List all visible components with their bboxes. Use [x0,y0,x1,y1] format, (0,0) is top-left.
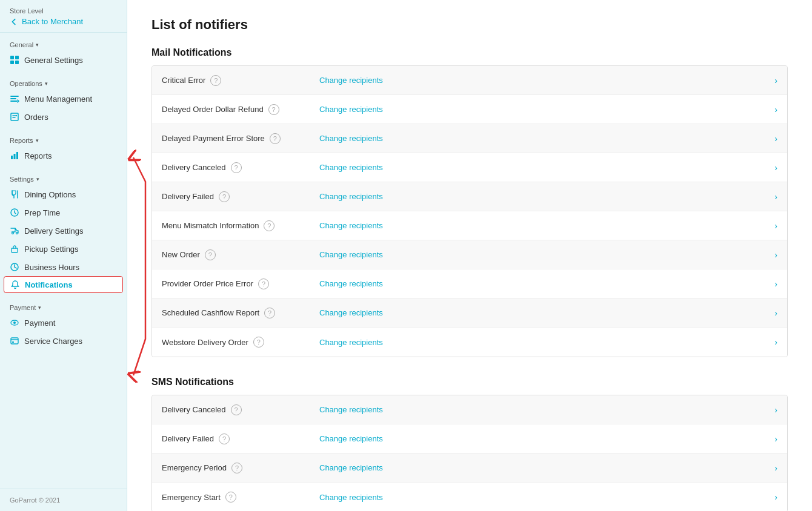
change-recipients-link[interactable]: Change recipients [319,105,383,114]
help-icon[interactable]: ? [253,337,264,348]
sms-notifier-row[interactable]: Emergency Start ? Change recipients › [152,483,787,511]
help-icon[interactable]: ? [205,249,216,260]
sidebar-item-pickup-settings[interactable]: Pickup Settings [0,240,127,258]
sidebar-section-settings: Settings ▾ Dining Options Prep Time Deli… [0,167,127,295]
sms-notifier-row[interactable]: Emergency Period ? Change recipients › [152,453,787,483]
help-icon[interactable]: ? [264,220,275,231]
sidebar-item-business-hours[interactable]: Business Hours [0,258,127,276]
mail-notifier-row[interactable]: Delayed Order Dollar Refund ? Change rec… [152,95,787,124]
mail-notifications-title: Mail Notifications [151,47,788,58]
sidebar-item-prep-time[interactable]: Prep Time [0,203,127,222]
help-icon[interactable]: ? [258,279,269,289]
sidebar: Store Level Back to Merchant General ▾ G… [0,0,127,511]
notifier-name: Delivery Failed [162,434,214,443]
sidebar-item-notifications[interactable]: Notifications [4,276,123,293]
orders-icon [10,112,19,122]
mail-notifier-row[interactable]: Webstore Delivery Order ? Change recipie… [152,328,787,357]
notifier-action-cell: Change recipients › [310,398,787,422]
settings-section-label[interactable]: Settings ▾ [0,173,127,185]
mail-notifications-table: Critical Error ? Change recipients › Del… [151,65,788,357]
svg-rect-7 [16,152,18,159]
change-recipients-link[interactable]: Change recipients [319,405,383,414]
change-recipients-link[interactable]: Change recipients [319,76,383,85]
change-recipients-link[interactable]: Change recipients [319,493,383,502]
notifier-action-cell: Change recipients › [310,156,787,180]
help-icon[interactable]: ? [225,492,236,503]
sidebar-item-reports[interactable]: Reports [0,147,127,165]
operations-section-label[interactable]: Operations ▾ [0,77,127,90]
help-icon[interactable]: ? [219,434,230,444]
notifier-action-cell: Change recipients › [310,456,787,480]
help-icon[interactable]: ? [270,133,281,144]
chevron-right-icon: › [774,492,777,502]
general-section-label[interactable]: General ▾ [0,39,127,51]
mail-notifier-row[interactable]: Critical Error ? Change recipients › [152,66,787,95]
sms-notifier-row[interactable]: Delivery Failed ? Change recipients › [152,424,787,453]
notifier-action-cell: Change recipients › [310,243,787,267]
change-recipients-link[interactable]: Change recipients [319,192,383,201]
svg-rect-5 [11,156,13,159]
sidebar-item-general-settings[interactable]: General Settings [0,51,127,69]
sidebar-item-orders[interactable]: Orders [0,108,127,126]
change-recipients-link[interactable]: Change recipients [319,279,383,288]
mail-notifier-row[interactable]: Scheduled Cashflow Report ? Change recip… [152,298,787,328]
chevron-right-icon: › [774,434,777,444]
change-recipients-link[interactable]: Change recipients [319,338,383,347]
notifier-name: Critical Error [162,76,205,85]
change-recipients-link[interactable]: Change recipients [319,134,383,143]
settings-chevron-icon: ▾ [36,176,39,182]
back-to-merchant-link[interactable]: Back to Merchant [10,17,117,26]
grid-icon [10,55,19,65]
notifier-name-cell: Critical Error ? [152,68,310,93]
change-recipients-link[interactable]: Change recipients [319,434,383,443]
help-icon[interactable]: ? [210,75,221,86]
mail-notifier-row[interactable]: Delayed Payment Error Store ? Change rec… [152,124,787,153]
change-recipients-link[interactable]: Change recipients [319,163,383,172]
mail-notifier-row[interactable]: New Order ? Change recipients › [152,240,787,269]
mail-notifier-row[interactable]: Menu Mismatch Information ? Change recip… [152,211,787,240]
reports-chevron-icon: ▾ [36,137,39,143]
chevron-right-icon: › [774,405,777,415]
mail-notifier-row[interactable]: Delivery Canceled ? Change recipients › [152,153,787,182]
reports-section-label[interactable]: Reports ▾ [0,134,127,147]
sidebar-item-service-charges[interactable]: Service Charges [0,332,127,350]
notifier-name: Menu Mismatch Information [162,221,259,230]
business-hours-icon [10,262,19,272]
change-recipients-link[interactable]: Change recipients [319,463,383,472]
svg-rect-4 [11,113,18,120]
change-recipients-link[interactable]: Change recipients [319,221,383,230]
notifier-name-cell: Delivery Failed ? [152,184,310,209]
sidebar-item-dining-options[interactable]: Dining Options [0,185,127,203]
back-arrow-icon [10,18,18,26]
help-icon[interactable]: ? [231,404,242,415]
sidebar-item-payment[interactable]: Payment [0,314,127,332]
store-level-label: Store Level [10,7,117,15]
mail-notifier-row[interactable]: Provider Order Price Error ? Change reci… [152,269,787,298]
notifications-icon [10,280,20,289]
help-icon[interactable]: ? [231,162,242,173]
svg-rect-1 [15,56,19,59]
sidebar-item-menu-management[interactable]: Menu Management [0,90,127,108]
notifier-name-cell: Delayed Order Dollar Refund ? [152,97,310,122]
help-icon[interactable]: ? [268,104,279,115]
notifier-action-cell: Change recipients › [310,301,787,325]
notifier-action-cell: Change recipients › [310,127,787,151]
payment-label: Payment [24,318,55,328]
help-icon[interactable]: ? [264,308,275,318]
sidebar-item-delivery-settings[interactable]: Delivery Settings [0,222,127,240]
main-content: List of notifiers Mail Notifications Cri… [127,0,812,511]
sidebar-section-general: General ▾ General Settings [0,33,127,71]
delivery-settings-icon [10,226,19,236]
prep-time-icon [10,208,19,217]
mail-notifier-row[interactable]: Delivery Failed ? Change recipients › [152,182,787,211]
change-recipients-link[interactable]: Change recipients [319,250,383,259]
help-icon[interactable]: ? [219,191,230,202]
sms-notifier-row[interactable]: Delivery Canceled ? Change recipients › [152,395,787,424]
notifier-name-cell: Provider Order Price Error ? [152,271,310,297]
help-icon[interactable]: ? [231,463,242,473]
notifier-name-cell: Emergency Period ? [152,455,310,481]
payment-section-label[interactable]: Payment ▾ [0,302,127,314]
change-recipients-link[interactable]: Change recipients [319,308,383,317]
chevron-right-icon: › [774,279,777,289]
svg-rect-15 [12,341,14,343]
